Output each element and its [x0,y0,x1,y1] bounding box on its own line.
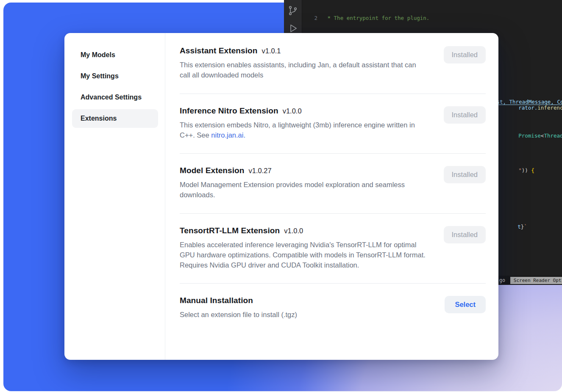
extension-title: Model Extension [180,166,244,175]
sidebar-item-label: Advanced Settings [81,94,142,101]
sidebar-item-extensions[interactable]: Extensions [72,109,158,128]
extension-version: v1.0.1 [262,47,281,55]
extension-row-model: Model Extension v1.0.27 Model Management… [180,154,486,214]
extension-description: This extension enables assistants, inclu… [180,60,427,80]
manual-installation-row: Manual Installation Select an extension … [180,284,486,335]
installed-button[interactable]: Installed [444,46,486,63]
extension-version: v1.0.0 [284,227,303,235]
screen-reader-status-chip[interactable]: Screen Reader Optimized [510,277,562,284]
extension-row-inference-nitro: Inference Nitro Extension v1.0.0 This ex… [180,94,486,154]
extension-version: v1.0.27 [248,167,271,175]
select-file-button[interactable]: Select [445,296,486,313]
screen: 2 * The entrypoint for the plugin. 3 */ … [0,0,562,392]
extension-title: Assistant Extension [180,46,258,55]
sidebar-item-label: My Settings [81,72,119,80]
extension-title: TensortRT-LLM Extension [180,226,280,235]
line-number: 2 [302,15,324,22]
run-debug-icon[interactable] [287,23,298,34]
sidebar-item-my-settings[interactable]: My Settings [72,67,158,86]
nitro-jan-ai-link[interactable]: nitro.jan.ai. [211,131,245,139]
code-fragment: ")) { [499,160,534,181]
settings-modal: My Models My Settings Advanced Settings … [64,33,498,360]
code-fragment: t}` [498,216,527,237]
extension-title: Inference Nitro Extension [180,106,278,116]
installed-button[interactable]: Installed [444,166,486,183]
extension-version: v1.0.0 [283,107,302,115]
extension-description: This extension embeds Nitro, a lightweig… [180,120,427,141]
code-line: 2 * The entrypoint for the plugin. [302,15,562,22]
sidebar-item-advanced-settings[interactable]: Advanced Settings [72,88,158,107]
code-text: * The entrypoint for the plugin. [324,15,429,22]
sidebar-item-label: Extensions [81,115,117,122]
extensions-panel: Assistant Extension v1.0.1 This extensio… [165,33,498,360]
source-control-icon[interactable] [287,5,298,16]
status-language[interactable]: go [499,277,505,283]
installed-button[interactable]: Installed [444,106,486,124]
manual-installation-title: Manual Installation [180,296,253,305]
installed-button[interactable]: Installed [444,226,486,243]
code-fragment: rator.inference(data)); [499,97,562,119]
extension-description: Model Management Extension provides mode… [180,179,427,200]
manual-installation-description: Select an extension file to install (.tg… [180,309,297,320]
extension-description: Enables accelerated inference leveraging… [180,240,427,271]
extension-row-tensorrt-llm: TensortRT-LLM Extension v1.0.0 Enables a… [180,214,486,284]
extension-row-assistant: Assistant Extension v1.0.1 This extensio… [180,33,486,94]
code-fragment: Promise<ThreadMessage> [499,125,562,146]
sidebar-item-label: My Models [81,51,115,59]
sidebar-item-my-models[interactable]: My Models [72,46,158,64]
settings-sidebar: My Models My Settings Advanced Settings … [64,33,165,360]
